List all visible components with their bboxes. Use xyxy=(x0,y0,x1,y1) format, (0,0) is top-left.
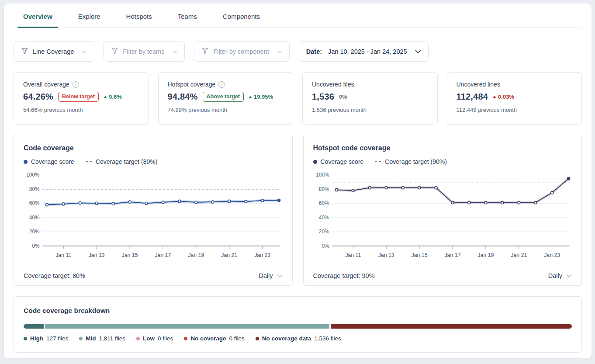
change-indicator: 9.6% xyxy=(104,94,122,100)
svg-text:0%: 0% xyxy=(322,243,329,249)
funnel-icon xyxy=(21,47,28,56)
svg-text:40%: 40% xyxy=(29,215,40,221)
chart-title: Code coverage xyxy=(24,144,283,152)
legend-mid: Mid 1,811 files xyxy=(79,335,125,342)
chart-title: Hotspot code coverage xyxy=(313,144,572,152)
legend-dash-icon xyxy=(86,161,92,162)
breakdown-bar-segment-mid xyxy=(45,324,329,329)
legend-dot-icon xyxy=(79,337,83,340)
stat-card-uncovered-files: Uncovered files 1,536 0% 1,536 previous … xyxy=(302,72,438,125)
svg-text:Jan 17: Jan 17 xyxy=(155,252,171,258)
previous-month-value: 54.66% previous month xyxy=(23,107,139,113)
tab-overview[interactable]: Overview xyxy=(17,3,58,28)
tab-components[interactable]: Components xyxy=(217,3,266,28)
filters-row: Line Coverage Filter by teams Filter by … xyxy=(14,41,582,62)
svg-text:60%: 60% xyxy=(29,200,40,206)
code-coverage-chart-card: Code coverage Coverage score Coverage ta… xyxy=(14,134,293,286)
hotspot-coverage-line-chart: 0%20%40%60%80%100%Jan 11Jan 13Jan 15Jan … xyxy=(313,170,572,263)
arrow-up-icon xyxy=(493,96,496,98)
legend-dot-icon xyxy=(24,337,27,340)
stat-title: Hotspot coverage xyxy=(168,81,216,88)
tab-hotspots[interactable]: Hotspots xyxy=(121,3,158,28)
breakdown-legend: High 127 files Mid 1,811 files Low 0 fil… xyxy=(24,335,572,342)
stat-value: 64.26% xyxy=(23,92,53,102)
arrow-up-icon xyxy=(249,96,252,98)
breakdown-bar-segment-high xyxy=(24,324,44,329)
previous-month-value: 1,536 previous month xyxy=(312,107,428,113)
interval-dropdown[interactable]: Daily xyxy=(548,272,572,279)
legend-dot-icon xyxy=(136,337,140,340)
svg-text:Jan 17: Jan 17 xyxy=(444,252,460,258)
legend-coverage-target: Coverage target (80%) xyxy=(86,158,158,165)
change-indicator: 0% xyxy=(339,94,347,100)
stat-value: 94.84% xyxy=(168,92,198,102)
previous-month-value: 112,449 previous month xyxy=(457,107,573,113)
chevron-down-icon xyxy=(82,48,87,55)
chart-legend: Coverage score Coverage target (90%) xyxy=(313,158,572,165)
hotspot-coverage-chart-card: Hotspot code coverage Coverage score Cov… xyxy=(303,134,582,286)
svg-text:Jan 23: Jan 23 xyxy=(254,252,270,258)
svg-text:Jan 13: Jan 13 xyxy=(89,252,105,258)
component-filter-placeholder: Filter by component xyxy=(213,48,269,55)
stat-title: Uncovered lines xyxy=(457,81,500,88)
legend-coverage-score: Coverage score xyxy=(24,158,74,165)
legend-dash-icon xyxy=(375,161,381,162)
date-range-value: Jan 10, 2025 - Jan 24, 2025 xyxy=(328,48,407,55)
chart-legend: Coverage score Coverage target (80%) xyxy=(24,158,283,165)
svg-text:Jan 15: Jan 15 xyxy=(122,252,138,258)
breakdown-stacked-bar xyxy=(24,324,572,329)
svg-text:80%: 80% xyxy=(29,186,40,192)
charts-row: Code coverage Coverage score Coverage ta… xyxy=(14,134,582,286)
svg-text:Jan 23: Jan 23 xyxy=(544,252,560,258)
date-label: Date: xyxy=(306,48,322,55)
arrow-up-icon xyxy=(104,96,107,98)
svg-text:Jan 11: Jan 11 xyxy=(55,252,71,258)
interval-dropdown[interactable]: Daily xyxy=(259,272,282,279)
svg-text:Jan 11: Jan 11 xyxy=(345,252,361,258)
chevron-down-icon xyxy=(277,48,282,55)
date-range-dropdown[interactable]: Date: Jan 10, 2025 - Jan 24, 2025 xyxy=(299,41,429,62)
status-badge: Below target xyxy=(58,92,99,102)
stat-title: Uncovered files xyxy=(312,81,354,88)
stat-value: 112,484 xyxy=(457,92,488,102)
info-icon[interactable]: i xyxy=(73,81,79,88)
coverage-target-label: Coverage target: 90% xyxy=(313,272,375,279)
breakdown-bar-segment-no-coverage-data xyxy=(331,324,572,329)
tab-bar: Overview Explore Hotspots Teams Componen… xyxy=(14,3,582,28)
stat-title: Overall coverage xyxy=(23,81,69,88)
info-icon[interactable]: i xyxy=(218,81,225,88)
legend-dot-icon xyxy=(24,160,28,164)
previous-month-value: 74.89% previous month xyxy=(168,107,284,113)
stat-card-uncovered-lines: Uncovered lines 112,484 0.03% 112,449 pr… xyxy=(447,72,582,125)
svg-text:80%: 80% xyxy=(318,186,329,192)
svg-text:Jan 19: Jan 19 xyxy=(188,252,204,258)
funnel-icon xyxy=(201,47,209,56)
chevron-down-icon xyxy=(277,274,283,278)
svg-text:Jan 19: Jan 19 xyxy=(477,252,494,258)
svg-text:40%: 40% xyxy=(318,215,329,221)
stat-card-hotspot-coverage: Hotspot coverage i 94.84% Above target 1… xyxy=(158,72,294,125)
svg-text:Jan 13: Jan 13 xyxy=(378,252,394,258)
change-indicator: 0.03% xyxy=(493,94,514,100)
svg-text:Jan 21: Jan 21 xyxy=(221,252,237,258)
svg-text:20%: 20% xyxy=(318,229,329,235)
legend-no-coverage: No coverage 0 files xyxy=(184,335,244,342)
legend-dot-icon xyxy=(313,160,317,164)
tab-explore[interactable]: Explore xyxy=(73,3,106,28)
legend-high: High 127 files xyxy=(24,335,68,342)
chevron-down-icon xyxy=(566,274,572,278)
stat-cards-row: Overall coverage i 64.26% Below target 9… xyxy=(14,72,582,125)
status-badge: Above target xyxy=(203,92,244,102)
chevron-down-icon xyxy=(415,48,421,55)
component-filter-dropdown[interactable]: Filter by component xyxy=(194,41,289,62)
legend-low: Low 0 files xyxy=(136,335,173,342)
stat-card-overall-coverage: Overall coverage i 64.26% Below target 9… xyxy=(14,72,149,125)
tab-teams[interactable]: Teams xyxy=(172,3,203,28)
coverage-target-label: Coverage target: 80% xyxy=(24,272,85,279)
metric-filter-dropdown[interactable]: Line Coverage xyxy=(14,41,94,62)
metric-filter-value: Line Coverage xyxy=(33,48,74,55)
legend-no-coverage-data: No coverage data 1,536 files xyxy=(256,335,341,342)
stat-value: 1,536 xyxy=(312,92,334,102)
teams-filter-dropdown[interactable]: Filter by teams xyxy=(104,41,185,62)
legend-dot-icon xyxy=(256,337,259,340)
